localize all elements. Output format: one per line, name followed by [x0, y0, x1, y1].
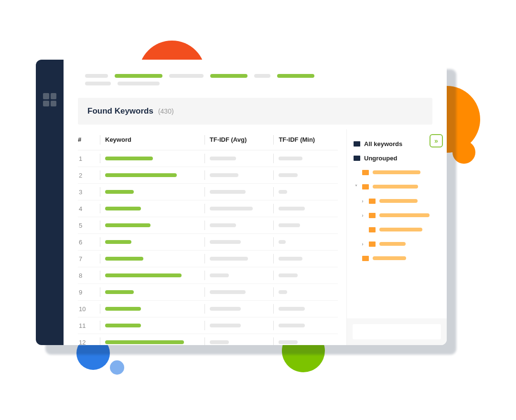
col-header-index[interactable]: #: [78, 136, 95, 143]
dashboard-icon[interactable]: [43, 93, 56, 106]
cell-tfidf-min: [279, 307, 338, 311]
cell-tfidf-avg: [210, 207, 269, 210]
cell-tfidf-min: [279, 223, 338, 227]
folder-item[interactable]: ›: [354, 194, 440, 208]
cell-keyword: [105, 223, 200, 227]
table-row[interactable]: 5: [78, 217, 338, 234]
folder-icon: [362, 184, 369, 189]
cell-keyword: [105, 257, 200, 261]
breadcrumb-segment[interactable]: [169, 74, 204, 78]
table-header: # Keyword TF-IDF (Avg) TF-IDF (Min): [78, 129, 338, 150]
table-row[interactable]: 7: [78, 251, 338, 267]
folder-item[interactable]: ›: [354, 237, 440, 251]
table-row[interactable]: 11: [78, 317, 338, 334]
app-window: Found Keywords (430) # Keyword TF-IDF (A…: [36, 60, 447, 345]
row-index: 5: [78, 222, 95, 229]
breadcrumb-segment[interactable]: [254, 74, 270, 78]
folder-all-keywords[interactable]: All keywords: [354, 136, 440, 151]
page-title: Found Keywords: [87, 106, 153, 116]
cell-keyword: [105, 157, 200, 160]
table-row[interactable]: 6: [78, 234, 338, 251]
folder-item[interactable]: ˅: [354, 179, 440, 194]
collapse-panel-button[interactable]: »: [430, 134, 443, 147]
row-index: 1: [78, 155, 95, 162]
cell-tfidf-avg: [210, 307, 269, 311]
table-row[interactable]: 3: [78, 184, 338, 200]
results-count: (430): [158, 107, 174, 115]
content-row: # Keyword TF-IDF (Avg) TF-IDF (Min) 1234…: [64, 129, 447, 345]
folder-label-placeholder: [373, 170, 420, 174]
cell-keyword: [105, 324, 200, 327]
table-body: 123456789101112: [78, 150, 338, 345]
row-index: 6: [78, 239, 95, 246]
groups-panel-footer: [347, 318, 447, 345]
cell-keyword: [105, 273, 200, 277]
folder-item[interactable]: ›: [354, 208, 440, 222]
table-row[interactable]: 4: [78, 200, 338, 217]
row-index: 11: [78, 322, 95, 329]
breadcrumb: [64, 74, 447, 82]
breadcrumb-segment[interactable]: [277, 74, 314, 78]
cell-tfidf-min: [279, 273, 338, 277]
folder-icon: [369, 227, 376, 232]
breadcrumb-segment[interactable]: [115, 74, 162, 78]
cell-tfidf-min: [279, 340, 338, 344]
cell-tfidf-min: [279, 257, 338, 261]
breadcrumb-segment[interactable]: [85, 82, 111, 85]
folder-ungrouped[interactable]: Ungrouped: [354, 151, 440, 165]
folder-icon: [354, 141, 360, 147]
sidebar: [36, 60, 64, 345]
folder-item[interactable]: [354, 222, 440, 237]
cell-keyword: [105, 340, 200, 344]
cell-keyword: [105, 240, 200, 244]
folder-icon: [362, 170, 369, 175]
table-row[interactable]: 12: [78, 334, 338, 345]
section-header: Found Keywords (430): [78, 98, 432, 125]
cell-tfidf-avg: [210, 240, 269, 244]
folder-icon: [354, 156, 360, 161]
cell-tfidf-avg: [210, 324, 269, 327]
col-header-keyword[interactable]: Keyword: [105, 136, 200, 143]
chevron-icon: ˅: [354, 184, 358, 189]
col-header-tfidf-avg[interactable]: TF-IDF (Avg): [210, 136, 269, 143]
cell-tfidf-avg: [210, 157, 269, 160]
cell-tfidf-min: [279, 190, 338, 194]
folder-label-placeholder: [379, 199, 418, 203]
breadcrumb-segment[interactable]: [118, 82, 160, 85]
row-index: 9: [78, 289, 95, 296]
chevron-icon: ›: [360, 242, 365, 247]
row-index: 3: [78, 189, 95, 196]
cell-tfidf-min: [279, 207, 338, 210]
table-row[interactable]: 2: [78, 167, 338, 184]
folder-item[interactable]: [354, 165, 440, 179]
cell-tfidf-avg: [210, 290, 269, 294]
folder-icon: [369, 242, 376, 247]
cell-keyword: [105, 307, 200, 311]
main-pane: Found Keywords (430) # Keyword TF-IDF (A…: [64, 60, 447, 345]
chevron-icon: ›: [360, 213, 365, 218]
table-row[interactable]: 9: [78, 284, 338, 301]
folder-label-placeholder: [373, 185, 418, 189]
cell-tfidf-avg: [210, 173, 269, 177]
groups-panel: » All keywords Ungrouped ˅›››: [346, 129, 447, 345]
table-row[interactable]: 8: [78, 267, 338, 284]
cell-tfidf-avg: [210, 273, 269, 277]
breadcrumb-segment[interactable]: [85, 74, 108, 78]
footer-input-placeholder[interactable]: [353, 324, 441, 339]
row-index: 8: [78, 272, 95, 279]
col-header-tfidf-min[interactable]: TF-IDF (Min): [279, 136, 338, 143]
cell-keyword: [105, 290, 200, 294]
cell-tfidf-min: [279, 290, 338, 294]
chevron-icon: ›: [360, 199, 365, 204]
folder-label: All keywords: [364, 140, 402, 147]
folder-tree: ˅›››: [354, 165, 440, 265]
keywords-table: # Keyword TF-IDF (Avg) TF-IDF (Min) 1234…: [64, 129, 346, 345]
folder-item[interactable]: [354, 251, 440, 265]
breadcrumb-segment[interactable]: [210, 74, 247, 78]
row-index: 7: [78, 255, 95, 262]
cell-keyword: [105, 173, 200, 177]
row-index: 10: [78, 305, 95, 313]
table-row[interactable]: 10: [78, 301, 338, 317]
folder-icon: [369, 199, 376, 204]
table-row[interactable]: 1: [78, 150, 338, 167]
